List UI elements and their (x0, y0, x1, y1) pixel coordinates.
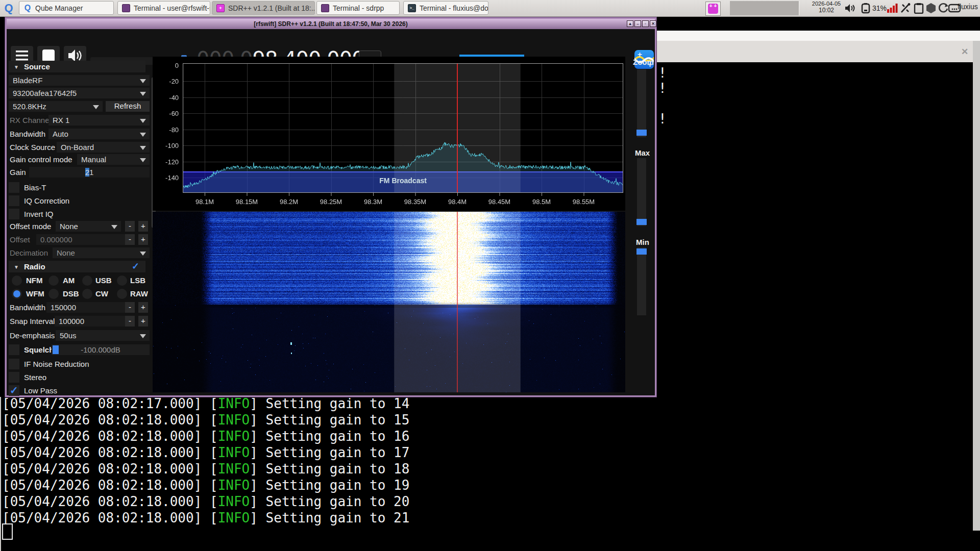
offset-minus-button[interactable]: - (125, 234, 135, 245)
gain-mode-dropdown[interactable]: Manual (77, 154, 150, 165)
zoom-slider[interactable] (637, 69, 646, 137)
offset-mode-dropdown[interactable]: None (56, 221, 121, 232)
if-noise-reduction-checkbox[interactable] (9, 359, 19, 369)
sdrpp-tray-icon[interactable]: + + (708, 4, 718, 14)
close-icon[interactable]: ✕ (960, 47, 970, 57)
right-window-titlebar[interactable] (656, 41, 973, 63)
radio-bandwidth-field[interactable]: 150000 (46, 302, 125, 313)
workspace-cell-3[interactable] (776, 1, 799, 15)
mode-dsb-radio[interactable] (48, 289, 59, 299)
right-window-terminal-content[interactable]: ! ! ! (656, 62, 973, 521)
source-panel-header[interactable]: ▼Source (9, 61, 145, 72)
offset-field[interactable]: 0.000000 (36, 234, 125, 245)
collapse-arrow-icon[interactable]: ▼ (14, 261, 19, 273)
offset-label: Offset (10, 234, 30, 245)
min-slider[interactable] (637, 247, 646, 315)
taskbar-tab-sdr-v1-2-1-built-at-18-[interactable]: +SDR++ v1.2.1 (Built at 18:... (212, 1, 315, 15)
refresh-button[interactable]: Refresh (106, 101, 150, 112)
mode-wfm-radio[interactable] (12, 289, 22, 299)
volume-tray-icon[interactable] (844, 2, 856, 14)
purple-icon (321, 4, 329, 12)
offset-mode-minus-button[interactable]: - (125, 221, 135, 232)
workspace-cell-1[interactable] (730, 1, 753, 15)
battery-icon[interactable] (860, 2, 872, 14)
mode-usb-radio[interactable] (82, 276, 92, 286)
chevron-down-icon (140, 334, 146, 338)
gain-field[interactable]: 21 (29, 167, 150, 178)
mode-nfm-radio[interactable] (12, 276, 22, 286)
fft-plot-canvas[interactable] (153, 57, 625, 211)
taskbar-tab-terminal-user-rfswift-s-[interactable]: Terminal - user@rfswift-s... (117, 1, 210, 15)
workspace-cell-2[interactable] (753, 1, 776, 15)
log-level-info: INFO (218, 429, 250, 444)
stereo-checkbox[interactable] (9, 372, 19, 383)
qubes-menu-button[interactable]: Q (1, 1, 16, 15)
decimation-dropdown[interactable]: None (53, 247, 150, 258)
devices-tray-icon[interactable] (899, 2, 912, 14)
log-level-info: INFO (218, 461, 250, 477)
gain-mode-label: Gain control mode (10, 154, 72, 165)
snap-minus-button[interactable]: - (125, 316, 135, 327)
min-slider-handle[interactable] (636, 248, 647, 255)
invert-iq-checkbox[interactable] (9, 209, 19, 219)
taskbar-tab-terminal-fluxius-dom0-[interactable]: >_Terminal - fluxius@dom0:~ (403, 1, 488, 15)
radio-bw-plus-button[interactable]: + (138, 302, 148, 313)
chevron-down-icon (140, 252, 146, 256)
mode-am-radio[interactable] (48, 276, 59, 286)
maximize-button[interactable]: ▫ (642, 20, 649, 27)
snap-interval-field[interactable]: 100000 (55, 316, 125, 327)
network-signal-icon[interactable] (886, 2, 898, 14)
source-device-dropdown[interactable]: BladeRF (9, 75, 150, 86)
panel-title: Radio (24, 262, 45, 271)
squelch-label: Squelch (24, 344, 54, 355)
clipboard-tray-icon[interactable] (913, 2, 925, 14)
offset-plus-button[interactable]: + (138, 234, 148, 245)
low-pass-checkbox[interactable] (9, 385, 19, 396)
snap-plus-button[interactable]: + (138, 316, 148, 327)
iq-correction-checkbox[interactable] (9, 195, 19, 206)
logged-user-label: fluxius (958, 3, 978, 11)
zoom-slider-handle[interactable] (636, 130, 647, 136)
window-titlebar[interactable]: [rfswift] SDR++ v1.2.1 (Built at 18:47:5… (7, 19, 655, 29)
battery-percent-label: 31% (871, 2, 888, 14)
log-line: [05/04/2026 08:02:18.000] [INFO] Setting… (2, 510, 409, 526)
squelch-checkbox[interactable] (9, 344, 19, 355)
waterfall-canvas[interactable] (153, 212, 625, 392)
taskbar-tab-terminal-sdrpp[interactable]: Terminal - sdrpp (316, 1, 400, 15)
source-serial-dropdown[interactable]: 93200afea17642f5 (9, 88, 150, 98)
clock-source-dropdown[interactable]: On-Board (57, 142, 150, 153)
mode-lsb-radio[interactable] (117, 276, 127, 286)
bandwidth-dropdown[interactable]: Auto (48, 129, 150, 139)
mode-cw-label: CW (95, 288, 108, 299)
squelch-slider-handle[interactable] (53, 345, 59, 354)
radio-enabled-checkbox[interactable]: ✓ (132, 261, 139, 272)
rx-channel-dropdown[interactable]: RX 1 (48, 115, 150, 126)
max-slider[interactable] (637, 158, 646, 226)
bias-t-checkbox[interactable] (9, 182, 19, 193)
low-pass-label: Low Pass (24, 385, 57, 396)
shade-button[interactable]: ▴ (627, 20, 633, 27)
tab-label: Terminal - fluxius@dom0:~ (420, 4, 488, 12)
mode-raw-radio[interactable] (117, 289, 127, 299)
deemphasis-dropdown[interactable]: 50us (56, 330, 150, 341)
taskbar-tab-qube-manager[interactable]: QQube Manager (19, 1, 114, 15)
terminal-left-border (0, 397, 1, 551)
radio-panel-header[interactable]: ▼Radio✓ (9, 261, 145, 272)
max-slider-handle[interactable] (636, 219, 647, 225)
log-line: [05/04/2026 08:02:18.000] [INFO] Setting… (2, 461, 409, 477)
offset-mode-plus-button[interactable]: + (138, 221, 148, 232)
close-button[interactable]: ✕ (650, 20, 656, 27)
radio-bw-minus-button[interactable]: - (125, 302, 135, 313)
purple-icon (122, 4, 130, 12)
collapse-arrow-icon[interactable]: ▼ (14, 61, 19, 73)
squelch-slider[interactable]: -100.000dB (52, 344, 150, 355)
samplerate-dropdown[interactable]: 520.8KHz (9, 101, 103, 112)
clock-source-label: Clock Source (10, 142, 55, 153)
deemphasis-label: De-emphasis (10, 330, 55, 341)
background-window-scrollbar[interactable] (973, 41, 980, 531)
updates-sync-icon[interactable] (937, 2, 949, 14)
minimize-button[interactable]: – (634, 20, 641, 27)
qube-domains-icon[interactable] (925, 2, 937, 14)
mode-cw-radio[interactable] (82, 289, 92, 299)
clock[interactable]: 2026-04-05 10:02 (810, 1, 843, 15)
